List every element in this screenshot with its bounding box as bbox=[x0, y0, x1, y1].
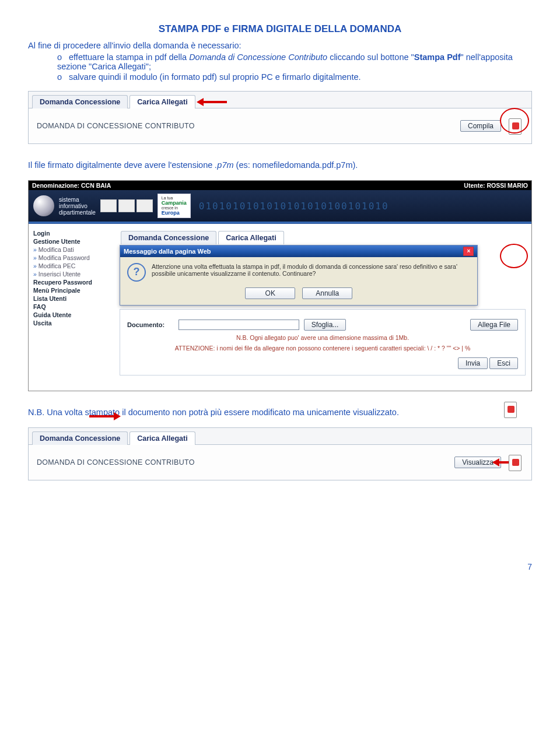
p7m-post: (es: nomefiledomanda.pdf.p7m). bbox=[234, 160, 358, 170]
logo-icon bbox=[33, 195, 54, 216]
tab-domanda[interactable]: Domanda Concessione bbox=[32, 95, 128, 108]
annotation-arrow-icon bbox=[194, 99, 227, 105]
system-screenshot: Denominazione: CCN BAIA Utente: ROSSI MA… bbox=[28, 180, 532, 391]
banner-campania: La tua Campania cresce in Europa bbox=[158, 194, 191, 218]
main-tab-allegati[interactable]: Carica Allegati bbox=[218, 231, 284, 244]
bullet-text: effettuare la stampa in pdf della bbox=[69, 52, 189, 62]
question-icon: ? bbox=[127, 263, 146, 282]
bullet-marker: o bbox=[57, 72, 66, 82]
dialog-titlebar: Messaggio dalla pagina Web × bbox=[120, 245, 477, 257]
documento-field: Documento: Sfoglia... Allega File bbox=[127, 319, 518, 331]
main-tabs: Domanda Concessione Carica Allegati bbox=[120, 227, 526, 244]
row-label: DOMANDA DI CONCESSIONE CONTRIBUTO bbox=[37, 122, 454, 130]
annulla-button[interactable]: Annulla bbox=[302, 287, 352, 299]
esci-button[interactable]: Esci bbox=[489, 357, 518, 369]
bullet-list: o effettuare la stampa in pdf della Doma… bbox=[57, 52, 532, 82]
bullet-text-mid: cliccando sul bottone " bbox=[327, 52, 414, 62]
sys-body: Login Gestione Utente »Modifica Dati »Mo… bbox=[29, 224, 531, 391]
tab-bar: Domanda Concessione Carica Allegati bbox=[29, 92, 531, 108]
dialog-message: Attenzione una volta effettuata la stamp… bbox=[152, 263, 470, 282]
banner-bits: 0101010101010101010100101010 bbox=[191, 201, 527, 212]
pdf-icon[interactable] bbox=[507, 454, 523, 471]
side-recupero[interactable]: Recupero Password bbox=[33, 279, 115, 286]
panel-visualizza: Domanda Concessione Carica Allegati DOMA… bbox=[28, 427, 532, 480]
close-icon[interactable]: × bbox=[463, 247, 474, 256]
panel-row: DOMANDA DI CONCESSIONE CONTRIBUTO Visual… bbox=[29, 445, 531, 480]
tab-label: Carica Allegati bbox=[137, 98, 187, 106]
banner-text: sistemainformativodipartimentale bbox=[59, 196, 96, 216]
documento-input[interactable] bbox=[178, 320, 299, 330]
pdf-icon[interactable] bbox=[502, 401, 519, 417]
sfoglia-button[interactable]: Sfoglia... bbox=[304, 319, 346, 331]
side-gestione[interactable]: Gestione Utente bbox=[33, 238, 115, 245]
annotation-arrow-pdf bbox=[89, 412, 495, 421]
top-black-bar: Denominazione: CCN BAIA Utente: ROSSI MA… bbox=[29, 181, 531, 190]
side-guida[interactable]: Guida Utente bbox=[33, 311, 115, 318]
panel-row: DOMANDA DI CONCESSIONE CONTRIBUTO Compil… bbox=[29, 108, 531, 143]
denominazione: Denominazione: CCN BAIA bbox=[32, 182, 111, 189]
p7m-note: Il file firmato digitalmente deve avere … bbox=[28, 160, 532, 170]
side-lista[interactable]: Lista Utenti bbox=[33, 295, 115, 302]
annotation-ellipse bbox=[500, 244, 528, 268]
bullet-marker: o bbox=[57, 52, 66, 62]
panel-compila: Domanda Concessione Carica Allegati DOMA… bbox=[28, 91, 532, 144]
annotation-arrow-icon bbox=[89, 413, 124, 419]
side-modifica-pec[interactable]: »Modifica PEC bbox=[33, 262, 115, 269]
form-area: Documento: Sfoglia... Allega File N.B. O… bbox=[120, 309, 526, 375]
side-menu[interactable]: Menù Principale bbox=[33, 287, 115, 294]
bullet-bold: Stampa Pdf bbox=[414, 52, 461, 62]
side-faq[interactable]: FAQ bbox=[33, 303, 115, 310]
dialog-title: Messaggio dalla pagina Web bbox=[124, 248, 211, 255]
tab-bar: Domanda Concessione Carica Allegati bbox=[29, 428, 531, 445]
documento-label: Documento: bbox=[127, 321, 174, 328]
row-label: DOMANDA DI CONCESSIONE CONTRIBUTO bbox=[37, 458, 449, 466]
ok-button[interactable]: OK bbox=[245, 287, 295, 299]
modal-dialog: Messaggio dalla pagina Web × ? Attenzion… bbox=[120, 245, 478, 306]
size-note: N.B. Ogni allegato puo' avere una dimens… bbox=[127, 334, 518, 341]
main-tab-domanda[interactable]: Domanda Concessione bbox=[121, 231, 216, 244]
main-area: Domanda Concessione Carica Allegati Mess… bbox=[120, 224, 531, 391]
utente: Utente: ROSSI MARIO bbox=[464, 182, 528, 189]
chars-warning: ATTENZIONE: i nomi dei file da allegare … bbox=[127, 345, 518, 352]
p7m-pre: Il file firmato digitalmente deve avere … bbox=[28, 160, 215, 170]
page-number: 7 bbox=[28, 562, 532, 571]
bullet-1: o effettuare la stampa in pdf della Doma… bbox=[57, 52, 532, 71]
bullet-text: salvare quindi il modulo (in formato pdf… bbox=[69, 72, 360, 82]
tab-domanda[interactable]: Domanda Concessione bbox=[32, 431, 128, 445]
visualizza-button[interactable]: Visualizza bbox=[454, 457, 501, 468]
p7m-ext: .p7m bbox=[215, 160, 233, 170]
banner: sistemainformativodipartimentale La tua … bbox=[29, 190, 531, 222]
button-label: Visualizza bbox=[462, 458, 494, 466]
page-heading: STAMPA PDF e FIRMA DIGITALE DELLA DOMAND… bbox=[28, 23, 532, 35]
side-login[interactable]: Login bbox=[33, 230, 115, 237]
side-modifica-dati[interactable]: »Modifica Dati bbox=[33, 246, 115, 253]
side-inserisci-utente[interactable]: »Inserisci Utente bbox=[33, 271, 115, 278]
pdf-icon[interactable] bbox=[507, 118, 523, 134]
tab-carica-allegati[interactable]: Carica Allegati bbox=[130, 95, 195, 108]
bullet-2: o salvare quindi il modulo (in formato p… bbox=[57, 72, 532, 82]
side-uscita[interactable]: Uscita bbox=[33, 320, 115, 327]
invia-button[interactable]: Invia bbox=[458, 357, 488, 369]
compila-button[interactable]: Compila bbox=[460, 120, 501, 132]
bullet-italic: Domanda di Concessione Contributo bbox=[189, 52, 327, 62]
sidebar: Login Gestione Utente »Modifica Dati »Mo… bbox=[29, 224, 120, 391]
banner-badges bbox=[100, 199, 153, 212]
allega-file-button[interactable]: Allega File bbox=[470, 319, 518, 331]
intro-text: Al fine di procedere all'invio della dom… bbox=[28, 41, 532, 50]
side-modifica-password[interactable]: »Modifica Password bbox=[33, 254, 115, 261]
tab-carica-allegati[interactable]: Carica Allegati bbox=[130, 431, 195, 445]
